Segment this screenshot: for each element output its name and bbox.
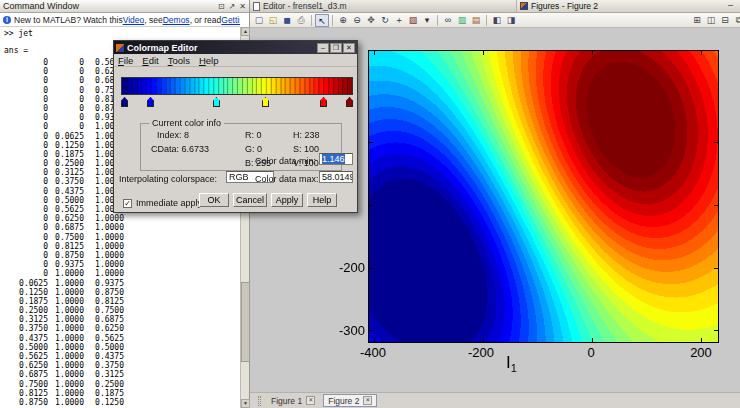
new-file-icon[interactable]: ▢ bbox=[252, 14, 266, 27]
matrix-row: 00.68751.0000 bbox=[0, 223, 130, 232]
close-tab-icon[interactable]: ✕ bbox=[306, 396, 315, 405]
contour-plot[interactable] bbox=[369, 51, 718, 342]
figure-axes[interactable] bbox=[368, 50, 719, 343]
insert-colorbar-icon[interactable]: ▥ bbox=[455, 14, 469, 27]
minimize-window-icon[interactable]: – bbox=[728, 0, 733, 10]
matrix-row: 0.18751.00000.8125 bbox=[0, 297, 130, 306]
matrix-cell: 1.0000 bbox=[84, 251, 124, 260]
x-tick-mark bbox=[592, 51, 593, 55]
tab-figure-2[interactable]: Figure 2 ✕ bbox=[323, 394, 377, 407]
matrix-cell: 0.0625 bbox=[48, 132, 84, 141]
matrix-cell: 0.8125 bbox=[0, 389, 48, 398]
matlab-desktop: Editor - frensel1_d3.m Figures - Figure … bbox=[0, 0, 740, 408]
brush-icon[interactable]: ▨ bbox=[406, 14, 420, 27]
colormap-node-marker[interactable] bbox=[262, 97, 269, 107]
colormap-node-marker[interactable] bbox=[147, 97, 154, 107]
menu-tools[interactable]: Tools bbox=[168, 55, 190, 66]
matrix-cell: 0 bbox=[0, 86, 48, 95]
rotate-3d-icon[interactable]: ↻ bbox=[378, 14, 392, 27]
colormap-node-marker[interactable] bbox=[346, 97, 353, 107]
tab-figure-1[interactable]: Figure 1 ✕ bbox=[266, 394, 320, 407]
matrix-cell: 0.7500 bbox=[84, 306, 124, 315]
undock-icon[interactable]: ↗ bbox=[229, 2, 236, 11]
editor-window-titlebar[interactable]: Editor - frensel1_d3.m bbox=[250, 0, 516, 13]
ok-button[interactable]: OK bbox=[199, 193, 229, 207]
matrix-cell: 0.8125 bbox=[84, 297, 124, 306]
zoom-in-icon[interactable]: ⊕ bbox=[336, 14, 350, 27]
matrix-row: 00.31251.0000 bbox=[0, 168, 130, 177]
hide-plot-tools-icon[interactable]: ◧ bbox=[490, 14, 504, 27]
color-data-min-field[interactable]: 1.146 bbox=[319, 153, 353, 165]
menu-edit[interactable]: Edit bbox=[142, 55, 158, 66]
menu-help[interactable]: Help bbox=[199, 55, 219, 66]
pointer-icon[interactable]: ↖ bbox=[315, 14, 329, 27]
minimize-icon[interactable]: – bbox=[317, 43, 329, 53]
apply-button[interactable]: Apply bbox=[271, 193, 303, 207]
colormap-node-marker[interactable] bbox=[213, 97, 220, 107]
color-g-value: G: 0 bbox=[245, 144, 262, 154]
scrollbar-thumb[interactable] bbox=[241, 282, 250, 362]
cancel-button[interactable]: Cancel bbox=[233, 193, 267, 207]
show-plot-tools-icon[interactable]: ◨ bbox=[504, 14, 518, 27]
matrix-cell: 0 bbox=[0, 260, 48, 269]
zoom-out-icon[interactable]: ⊖ bbox=[350, 14, 364, 27]
matrix-row: 000.9375 bbox=[0, 113, 130, 122]
figures-window-title: Figures - Figure 2 bbox=[531, 1, 598, 11]
x-tick-mark bbox=[701, 51, 702, 55]
colormap-node-marker[interactable] bbox=[320, 97, 327, 107]
open-file-icon[interactable]: ◱ bbox=[266, 14, 280, 27]
dialog-titlebar[interactable]: Colormap Editor –❐✕ bbox=[114, 41, 357, 54]
matrix-cell: 0 bbox=[48, 76, 84, 85]
color-data-max-field[interactable]: 58.0149 bbox=[319, 171, 353, 183]
close-tab-icon[interactable]: ✕ bbox=[363, 396, 372, 405]
jet-colormap-matrix: 000.5625000.6250000.6875000.7500000.8125… bbox=[0, 58, 130, 407]
split-left-right-icon[interactable]: ◫ bbox=[704, 14, 718, 27]
close-icon[interactable]: ✕ bbox=[239, 2, 246, 11]
matrix-cell: 0 bbox=[0, 113, 48, 122]
matrix-cell: 1.0000 bbox=[48, 352, 84, 361]
matrix-cell: 0 bbox=[0, 251, 48, 260]
matrix-cell: 0 bbox=[48, 113, 84, 122]
float-window-icon[interactable]: ⧉ bbox=[732, 14, 740, 27]
dock-icon[interactable]: ⊡ bbox=[218, 2, 225, 11]
data-cursor-icon[interactable]: ＋ bbox=[392, 14, 406, 27]
print-icon[interactable]: ⎙ bbox=[294, 14, 308, 27]
matrix-cell: 0.5000 bbox=[48, 196, 84, 205]
link-plots-icon[interactable]: ∞ bbox=[441, 14, 455, 27]
checkbox-check-icon[interactable]: ✓ bbox=[123, 199, 132, 208]
matrix-cell: 0.8750 bbox=[0, 398, 48, 407]
matrix-cell: 0.1250 bbox=[0, 288, 48, 297]
menu-file[interactable]: File bbox=[118, 55, 133, 66]
video-link[interactable]: Video bbox=[123, 15, 145, 25]
maximize-icon[interactable]: ❐ bbox=[330, 43, 342, 53]
colormap-node-marker[interactable] bbox=[121, 97, 128, 107]
close-icon[interactable]: ✕ bbox=[343, 43, 355, 53]
matrix-row: 00.56251.0000 bbox=[0, 205, 130, 214]
save-icon[interactable]: ◼ bbox=[280, 14, 294, 27]
y-tick-mark bbox=[714, 268, 718, 269]
colormap-strip[interactable] bbox=[121, 77, 353, 95]
matrix-cell: 0.9375 bbox=[84, 279, 124, 288]
pan-icon[interactable]: ✥ bbox=[364, 14, 378, 27]
toolbar-separator bbox=[332, 15, 333, 26]
insert-legend-icon[interactable]: ▤ bbox=[469, 14, 483, 27]
matrix-cell: 0.2500 bbox=[84, 380, 124, 389]
demos-link[interactable]: Demos bbox=[163, 15, 190, 25]
toolbar-separator bbox=[437, 15, 438, 26]
scroll-up-icon[interactable]: ▲ bbox=[241, 27, 250, 36]
x-tick-mark bbox=[701, 338, 702, 342]
brush-dropdown-icon[interactable]: ▾ bbox=[420, 14, 434, 27]
y-tick-mark bbox=[369, 205, 373, 206]
maximize-layout-icon[interactable]: ⊞ bbox=[690, 14, 704, 27]
split-top-bottom-icon[interactable]: ⊟ bbox=[718, 14, 732, 27]
getting-started-link[interactable]: Getting Started bbox=[221, 15, 240, 25]
command-window-titlebar[interactable]: Command Window ⊡↗✕ bbox=[0, 0, 249, 13]
matrix-cell: 1.0000 bbox=[48, 398, 84, 407]
x-tick-label: -200 bbox=[459, 345, 503, 360]
scroll-down-icon[interactable]: ▼ bbox=[241, 399, 250, 408]
figures-window-titlebar[interactable]: Figures - Figure 2 bbox=[516, 0, 740, 13]
immediate-apply-checkbox[interactable]: ✓ Immediate apply bbox=[123, 198, 202, 208]
help-button[interactable]: Help bbox=[307, 193, 337, 207]
matrix-cell: 0.5625 bbox=[0, 352, 48, 361]
matrix-cell: 0.1875 bbox=[84, 389, 124, 398]
